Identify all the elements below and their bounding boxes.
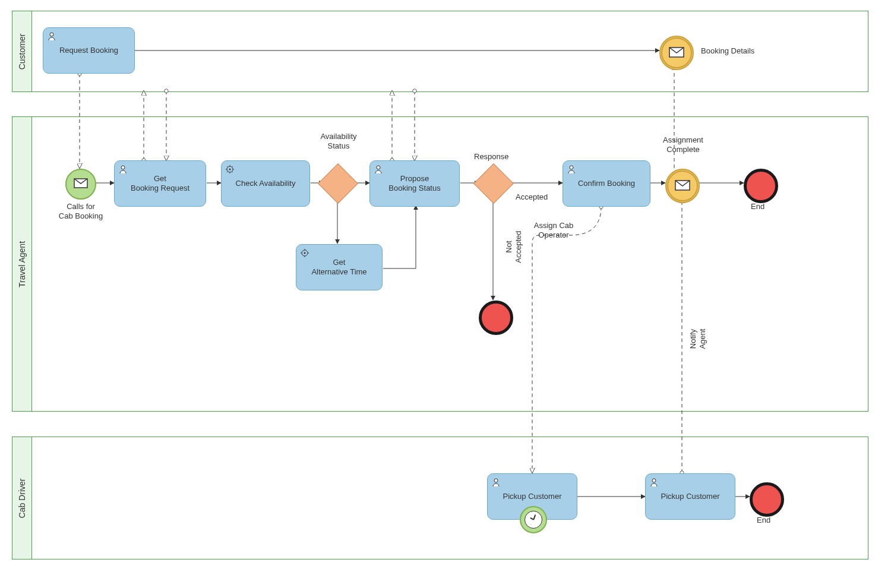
task-label: Pickup Customer [661, 492, 720, 501]
task-label: Request Booking [59, 46, 118, 55]
user-icon [567, 165, 576, 176]
svg-point-24 [494, 479, 498, 482]
event-end-driver [750, 482, 784, 517]
event-booking-details [659, 36, 694, 70]
event-label: Assignment Complete [656, 135, 710, 154]
event-calls-for-cab [65, 169, 96, 200]
svg-line-14 [232, 166, 233, 167]
timer-icon [520, 506, 547, 533]
bpmn-diagram: Customer Travel Agent Cab Driver [0, 0, 891, 588]
event-end-not-accepted [479, 301, 513, 335]
svg-point-15 [377, 166, 380, 169]
gateway-label: Response [474, 152, 509, 162]
user-icon [374, 165, 383, 176]
lane-label-driver: Cab Driver [12, 437, 32, 559]
svg-line-11 [227, 166, 228, 167]
gear-icon [225, 165, 235, 176]
task-label: Get Alternative Time [311, 258, 366, 276]
svg-point-17 [304, 252, 306, 254]
svg-line-13 [227, 172, 228, 173]
event-label: End [757, 516, 770, 525]
svg-point-25 [652, 479, 656, 482]
edge-label-accepted: Accepted [516, 192, 548, 202]
user-icon [47, 31, 56, 43]
envelope-icon [74, 178, 88, 190]
task-label: Get Booking Request [131, 174, 189, 192]
task-request-booking: Request Booking [43, 27, 135, 74]
lane-text: Cab Driver [17, 478, 27, 518]
task-confirm-booking: Confirm Booking [563, 160, 650, 207]
svg-point-22 [570, 166, 573, 169]
svg-point-4 [121, 166, 125, 169]
lane-text: Customer [17, 33, 27, 69]
event-label: Calls for Cab Booking [57, 202, 105, 220]
event-assignment-complete [665, 169, 700, 203]
gear-icon [300, 248, 309, 260]
user-icon [649, 478, 659, 489]
svg-point-6 [229, 169, 231, 170]
user-icon [491, 478, 501, 489]
task-get-booking-request: Get Booking Request [114, 160, 206, 207]
edge-label-assign-cab: Assign Cab Operator [530, 221, 577, 239]
task-check-availability: Check Availability [221, 160, 310, 207]
task-get-alternative-time: Get Alternative Time [296, 244, 383, 290]
task-propose-booking-status: Propose Booking Status [369, 160, 460, 207]
event-end-agent [744, 169, 778, 203]
edge-label-not-accepted: Not Accepted [504, 220, 523, 274]
svg-line-12 [232, 172, 233, 173]
lane-label-agent: Travel Agent [12, 117, 32, 411]
envelope-icon [669, 47, 684, 59]
user-icon [118, 165, 128, 176]
pool-driver: Cab Driver [12, 437, 868, 559]
edge-label-notify-agent: Notify Agent [688, 312, 707, 366]
task-label: Confirm Booking [578, 179, 635, 188]
gateway-label: Availability Status [315, 132, 362, 150]
svg-point-1 [50, 33, 53, 36]
envelope-icon [675, 180, 690, 192]
task-label: Pickup Customer [503, 492, 562, 501]
event-label: Booking Details [701, 46, 754, 56]
task-pickup-customer-2: Pickup Customer [645, 473, 735, 520]
task-label: Propose Booking Status [388, 174, 440, 192]
event-label: End [751, 202, 764, 211]
lane-label-customer: Customer [12, 11, 32, 91]
task-label: Check Availability [236, 179, 296, 188]
lane-text: Travel Agent [17, 241, 27, 287]
